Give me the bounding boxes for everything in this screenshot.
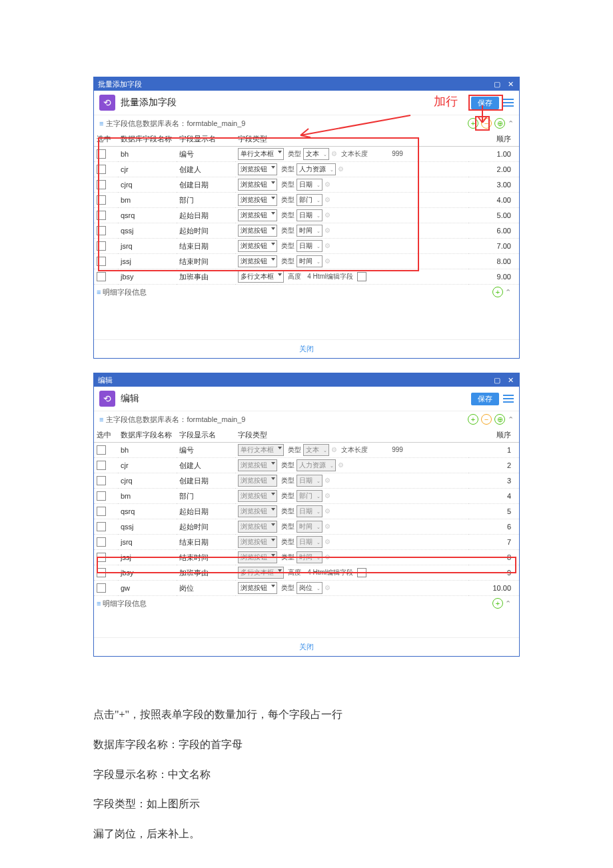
type-select[interactable]: 浏览按钮 [238,209,277,221]
collapse-icon[interactable]: ⌃ [508,119,514,128]
row-checkbox[interactable] [97,491,106,501]
gear-icon[interactable]: ⚙ [324,227,330,234]
row-checkbox[interactable] [97,165,106,174]
gear-icon[interactable]: ⚙ [338,461,344,469]
html-checkbox[interactable] [357,568,366,577]
type-select[interactable]: 浏览按钮 [238,505,277,517]
type-select[interactable]: 浏览按钮 [238,225,277,237]
table-row: jsrq 结束日期 浏览按钮 类型日期⌄⚙ 7 [94,535,519,550]
subtype-select[interactable]: 文本⌄ [303,444,329,456]
row-checkbox[interactable] [97,553,106,562]
subtype-select[interactable]: 文本⌄ [303,148,329,160]
gear-icon[interactable]: ⚙ [324,211,330,219]
row-checkbox[interactable] [97,507,106,516]
type-select[interactable]: 多行文本框 [238,271,284,283]
field-name: bh [118,443,177,458]
seq-cell: 9 [468,565,519,581]
subtype-select[interactable]: 日期⌄ [297,209,322,221]
subtype-select[interactable]: 人力资源⌄ [297,459,336,471]
gear-icon[interactable]: ⚙ [324,507,330,515]
subtype-select[interactable]: 部门⌄ [297,194,322,206]
gear-icon[interactable]: ⚙ [324,181,330,188]
type-select[interactable]: 浏览按钮 [238,521,277,533]
add-detail-icon[interactable]: + [492,287,503,297]
html-checkbox[interactable] [357,272,366,281]
field-display: 加班事由 [177,269,235,285]
row-checkbox[interactable] [97,149,106,159]
row-checkbox[interactable] [97,241,106,251]
maximize-icon[interactable]: ▢ [492,375,502,385]
type-select[interactable]: 浏览按钮 [238,240,277,252]
gear-icon[interactable]: ⚙ [324,492,330,499]
subtype-select[interactable]: 时间⌄ [297,225,322,237]
subtype-select[interactable]: 人力资源⌄ [297,163,336,175]
type-select[interactable]: 浏览按钮 [238,255,277,267]
menu-icon[interactable] [503,97,514,108]
collapse-icon[interactable]: ⌃ [508,415,514,424]
field-display: 结束时间 [177,254,235,269]
close-button[interactable]: 关闭 [94,637,519,656]
gear-icon[interactable]: ⚙ [324,523,330,530]
gear-icon[interactable]: ⚙ [324,257,330,265]
extra-icon[interactable]: ⊕ [494,414,505,425]
save-button[interactable]: 保存 [471,393,499,405]
type-select[interactable]: 单行文本框 [238,444,284,456]
panel-title: 编辑 [121,393,139,405]
gear-icon[interactable]: ⚙ [324,584,330,591]
extra-icon[interactable]: ⊕ [494,118,505,129]
gear-icon[interactable]: ⚙ [324,538,330,545]
subtype-select[interactable]: 日期⌄ [297,505,322,517]
row-checkbox[interactable] [97,195,106,205]
row-checkbox[interactable] [97,180,106,189]
row-checkbox[interactable] [97,257,106,266]
subtype-select[interactable]: 日期⌄ [297,240,322,252]
row-checkbox[interactable] [97,461,106,470]
type-select[interactable]: 浏览按钮 [238,551,277,563]
gear-icon[interactable]: ⚙ [331,150,337,157]
type-select[interactable]: 浏览按钮 [238,490,277,502]
detail-label: 明细字段信息 [103,288,147,296]
type-select[interactable]: 单行文本框 [238,148,284,160]
type-select[interactable]: 浏览按钮 [238,475,277,487]
gear-icon[interactable]: ⚙ [324,553,330,561]
type-select[interactable]: 浏览按钮 [238,536,277,548]
gear-icon[interactable]: ⚙ [324,477,330,484]
row-checkbox[interactable] [97,583,106,593]
close-icon[interactable]: ✕ [506,375,515,385]
type-select[interactable]: 浏览按钮 [238,163,277,175]
row-checkbox[interactable] [97,537,106,547]
close-button[interactable]: 关闭 [94,339,519,358]
subtype-select[interactable]: 岗位⌄ [297,582,322,594]
close-icon[interactable]: ✕ [506,79,515,89]
gear-icon[interactable]: ⚙ [324,242,330,249]
row-checkbox[interactable] [97,226,106,235]
seq-cell: 2.00 [468,162,519,177]
type-select[interactable]: 浏览按钮 [238,582,277,594]
type-select[interactable]: 浏览按钮 [238,179,277,191]
subtype-select[interactable]: 日期⌄ [297,475,322,487]
gear-icon[interactable]: ⚙ [324,196,330,203]
type-select[interactable]: 多行文本框 [238,567,284,579]
row-checkbox[interactable] [97,445,106,455]
menu-icon[interactable] [503,393,514,404]
row-checkbox[interactable] [97,568,106,577]
maximize-icon[interactable]: ▢ [492,79,502,89]
row-checkbox[interactable] [97,272,106,281]
subtype-select[interactable]: 日期⌄ [297,179,322,191]
row-checkbox[interactable] [97,476,106,485]
subtype-select[interactable]: 日期⌄ [297,536,322,548]
field-display: 创建日期 [177,177,235,193]
delete-row-icon[interactable]: − [481,414,492,425]
subtype-select[interactable]: 时间⌄ [297,551,322,563]
add-row-icon[interactable]: + [468,414,478,425]
gear-icon[interactable]: ⚙ [331,446,337,453]
subtype-select[interactable]: 时间⌄ [297,521,322,533]
row-checkbox[interactable] [97,211,106,220]
row-checkbox[interactable] [97,522,106,531]
subtype-select[interactable]: 部门⌄ [297,490,322,502]
type-select[interactable]: 浏览按钮 [238,194,277,206]
type-select[interactable]: 浏览按钮 [238,459,277,471]
subtype-select[interactable]: 时间⌄ [297,255,322,267]
gear-icon[interactable]: ⚙ [338,165,344,173]
add-detail-icon[interactable]: + [492,598,503,609]
